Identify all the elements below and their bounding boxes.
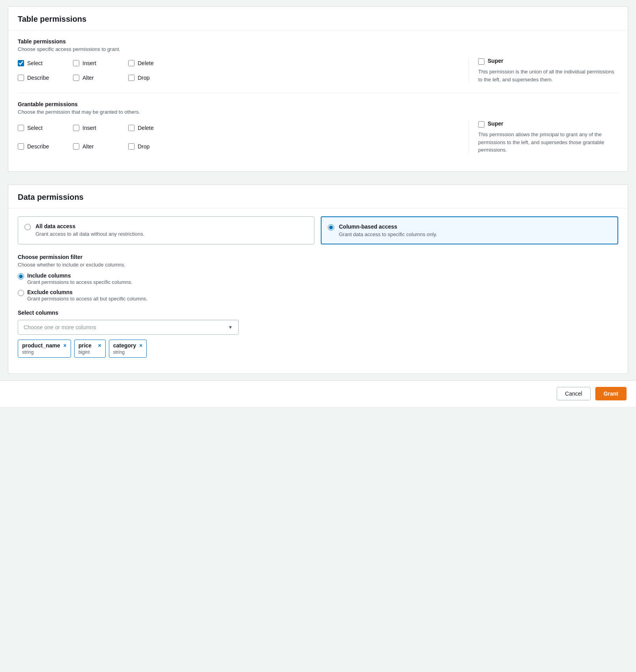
column-tag-category-header: category × <box>113 342 143 349</box>
checkbox-item-alter[interactable]: Alter <box>73 73 128 84</box>
checkbox-label-drop[interactable]: Drop <box>138 75 150 81</box>
grantable-checkbox-label-alter[interactable]: Alter <box>82 143 94 150</box>
grant-button[interactable]: Grant <box>595 387 627 400</box>
exclude-columns-option[interactable]: Exclude columns Grant permissions to acc… <box>18 289 618 302</box>
column-tag-price-type: bigint <box>79 349 101 355</box>
grantable-checkbox-item-delete[interactable]: Delete <box>128 120 183 135</box>
checkbox-label-select[interactable]: Select <box>27 60 43 66</box>
checkbox-select[interactable] <box>18 60 24 66</box>
grantable-checkbox-item-alter[interactable]: Alter <box>73 139 128 154</box>
checkbox-item-insert[interactable]: Insert <box>73 58 128 69</box>
chevron-down-icon: ▼ <box>228 325 233 330</box>
checkbox-drop[interactable] <box>128 75 135 81</box>
cancel-button[interactable]: Cancel <box>557 387 591 400</box>
column-based-radio[interactable] <box>328 224 334 231</box>
checkbox-label-delete[interactable]: Delete <box>138 60 153 66</box>
table-perms-desc: Choose specific access permissions to gr… <box>18 46 618 52</box>
table-perms-checkbox-grid: Select Insert Delete Describe <box>18 58 460 83</box>
grantable-checkbox-item-insert[interactable]: Insert <box>73 120 128 135</box>
permission-filter-section: Choose permission filter Choose whether … <box>18 254 618 302</box>
checkbox-super-grantable[interactable] <box>478 121 484 128</box>
table-perms-super-row: Super <box>478 58 618 65</box>
grantable-checkbox-label-select[interactable]: Select <box>27 125 43 131</box>
all-data-radio[interactable] <box>24 224 31 230</box>
data-permissions-body: All data access Grant access to all data… <box>8 208 628 374</box>
column-tag-product-name-header: product_name × <box>22 342 67 349</box>
grantable-checkbox-label-insert[interactable]: Insert <box>82 125 96 131</box>
columns-dropdown-placeholder: Choose one or more columns <box>24 324 96 330</box>
include-columns-content: Include columns Grant permissions to acc… <box>27 272 133 285</box>
grantable-perms-subsection: Grantable permissions Choose the permiss… <box>18 101 618 154</box>
grantable-checkbox-item-drop[interactable]: Drop <box>128 139 183 154</box>
column-tag-price-header: price × <box>79 342 101 349</box>
grantable-perms-super-box: Super This permission allows the princip… <box>468 120 618 154</box>
checkbox-alter[interactable] <box>73 75 79 81</box>
checkbox-describe[interactable] <box>18 75 24 81</box>
table-permissions-body: Table permissions Choose specific access… <box>8 30 628 171</box>
exclude-columns-content: Exclude columns Grant permissions to acc… <box>27 289 148 302</box>
grantable-perms-checkboxes-container: Select Insert Delete Describe <box>18 120 618 154</box>
all-data-title: All data access <box>36 223 144 229</box>
column-tag-price-close[interactable]: × <box>98 342 101 349</box>
grantable-checkbox-describe[interactable] <box>18 143 24 150</box>
super-label-table[interactable]: Super <box>488 58 503 64</box>
filter-desc: Choose whether to include or exclude col… <box>18 262 618 268</box>
data-permissions-panel: Data permissions All data access Grant a… <box>8 184 628 374</box>
column-based-title: Column-based access <box>339 223 437 230</box>
checkbox-label-describe[interactable]: Describe <box>27 75 49 81</box>
table-perms-checkboxes-container: Select Insert Delete Describe <box>18 58 618 83</box>
column-tag-price-label: price <box>79 342 92 349</box>
exclude-columns-radio[interactable] <box>18 290 24 296</box>
exclude-columns-label[interactable]: Exclude columns <box>27 289 148 295</box>
checkbox-item-describe[interactable]: Describe <box>18 73 73 84</box>
grantable-checkbox-delete[interactable] <box>128 125 135 131</box>
super-desc-table: This permission is the union of all the … <box>478 68 618 83</box>
page-container: Table permissions Table permissions Choo… <box>0 0 636 407</box>
columns-dropdown[interactable]: Choose one or more columns ▼ <box>18 320 239 335</box>
column-tag-product-name-close[interactable]: × <box>63 342 66 349</box>
include-columns-radio[interactable] <box>18 273 24 280</box>
selected-columns-list: product_name × string price × bigint <box>18 340 618 358</box>
super-desc-grantable: This permission allows the principal to … <box>478 131 618 154</box>
grantable-checkbox-label-delete[interactable]: Delete <box>138 125 153 131</box>
checkbox-label-insert[interactable]: Insert <box>82 60 96 66</box>
grantable-perms-title: Grantable permissions <box>18 101 618 107</box>
super-label-grantable[interactable]: Super <box>488 120 503 127</box>
checkbox-delete[interactable] <box>128 60 135 66</box>
grantable-checkbox-drop[interactable] <box>128 143 135 150</box>
all-data-access-card[interactable]: All data access Grant access to all data… <box>18 216 314 244</box>
grantable-checkbox-item-describe[interactable]: Describe <box>18 139 73 154</box>
checkbox-insert[interactable] <box>73 60 79 66</box>
table-perms-super-box: Super This permission is the union of al… <box>468 58 618 83</box>
checkbox-item-delete[interactable]: Delete <box>128 58 183 69</box>
include-columns-option[interactable]: Include columns Grant permissions to acc… <box>18 272 618 285</box>
checkbox-super-table[interactable] <box>478 58 484 65</box>
column-based-content: Column-based access Grant data access to… <box>339 223 437 237</box>
column-tag-product-name-label: product_name <box>22 342 60 349</box>
grantable-checkbox-select[interactable] <box>18 125 24 131</box>
include-columns-label[interactable]: Include columns <box>27 272 133 279</box>
column-tag-category-close[interactable]: × <box>139 342 142 349</box>
table-perms-subsection: Table permissions Choose specific access… <box>18 38 618 83</box>
include-columns-sublabel: Grant permissions to access specific col… <box>27 279 133 285</box>
grantable-checkbox-label-drop[interactable]: Drop <box>138 143 150 150</box>
data-access-options: All data access Grant access to all data… <box>18 216 618 244</box>
column-based-access-card[interactable]: Column-based access Grant data access to… <box>321 216 618 244</box>
grantable-checkbox-insert[interactable] <box>73 125 79 131</box>
column-tag-product-name: product_name × string <box>18 340 71 358</box>
grantable-checkbox-alter[interactable] <box>73 143 79 150</box>
checkbox-item-drop[interactable]: Drop <box>128 73 183 84</box>
table-permissions-title: Table permissions <box>18 15 618 24</box>
table-permissions-panel: Table permissions Table permissions Choo… <box>8 6 628 172</box>
table-permissions-header: Table permissions <box>8 7 628 30</box>
data-permissions-title: Data permissions <box>18 193 618 202</box>
column-tag-product-name-type: string <box>22 349 67 355</box>
checkbox-item-select[interactable]: Select <box>18 58 73 69</box>
grantable-perms-super-row: Super <box>478 120 618 128</box>
all-data-content: All data access Grant access to all data… <box>36 223 144 237</box>
checkbox-label-alter[interactable]: Alter <box>82 75 94 81</box>
perms-divider <box>18 93 618 93</box>
table-perms-title: Table permissions <box>18 38 618 45</box>
grantable-checkbox-item-select[interactable]: Select <box>18 120 73 135</box>
grantable-checkbox-label-describe[interactable]: Describe <box>27 143 49 150</box>
